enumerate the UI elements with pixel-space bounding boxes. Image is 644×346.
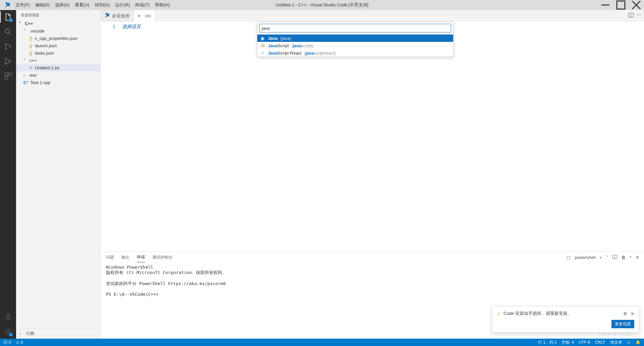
notification-message: Code 安装似乎损坏。请重新安装。 xyxy=(503,310,621,317)
titlebar: 文件(F) 编辑(E) 选择(S) 查看(V) 转到(G) 运行(R) 终端(T… xyxy=(0,0,644,10)
minimize-button[interactable] xyxy=(598,0,613,10)
split-editor-icon[interactable] xyxy=(628,12,634,18)
terminal-trash-icon[interactable]: 🗑 xyxy=(621,255,626,260)
file-tasks-json[interactable]: {}tasks.json xyxy=(16,49,100,57)
quick-item-javascript[interactable]: JS JavaScript (javascript) xyxy=(257,42,453,49)
editor-more-icon[interactable]: ⋯ xyxy=(637,12,641,18)
editor-area: 欢迎使用 ≡ Un ⋯ 1 选择语言 java ◉ Java (java) xyxy=(101,10,644,339)
activity-search[interactable] xyxy=(4,27,12,36)
watermark: CSDN @可乐仙人 xyxy=(598,331,634,337)
status-cursor-position[interactable]: 行 1，列 1 xyxy=(538,340,557,345)
menu-selection[interactable]: 选择(S) xyxy=(52,0,72,10)
quick-item-java[interactable]: ◉ Java (java) xyxy=(257,34,453,42)
activity-settings[interactable]: 1 xyxy=(4,327,12,336)
menu-file[interactable]: 文件(F) xyxy=(13,0,33,10)
menu-run[interactable]: 运行(R) xyxy=(112,0,132,10)
explorer-sidebar: 资源管理器 ⋯ ˅C++ ˅.vscode {}c_cpp_properties… xyxy=(16,10,101,339)
svg-rect-0 xyxy=(617,1,625,9)
tab-label: Un xyxy=(145,13,151,18)
status-feedback-icon[interactable]: ☺ xyxy=(627,340,631,345)
status-bell-icon[interactable]: 🔔 xyxy=(636,340,641,345)
svg-point-3 xyxy=(5,48,6,49)
js-icon: JS xyxy=(261,44,265,48)
text-file-icon: ≡ xyxy=(138,13,143,18)
quick-item-javascript-react[interactable]: ⚛ JavaScript React (javascriptreact) xyxy=(257,49,453,57)
status-eol[interactable]: CRLF xyxy=(595,340,605,345)
notification-more-info-button[interactable]: 更多信息 xyxy=(611,320,634,328)
activity-explorer[interactable]: 1 xyxy=(4,13,12,21)
activity-bar: 1 1 xyxy=(0,10,16,339)
notification-gear-icon[interactable]: ⚙ xyxy=(623,311,627,316)
menu-go[interactable]: 转到(G) xyxy=(92,0,113,10)
editor-tabs: 欢迎使用 ≡ Un xyxy=(101,10,644,22)
svg-rect-6 xyxy=(5,73,8,76)
warning-icon: ⚠ xyxy=(497,311,501,316)
svg-rect-7 xyxy=(8,73,11,76)
folder-vscode[interactable]: ˅.vscode xyxy=(16,27,100,34)
panel-tab-problems[interactable]: 问题 xyxy=(106,253,114,262)
panel-tab-debug-console[interactable]: 调试控制台 xyxy=(152,253,172,262)
tab-label: 欢迎使用 xyxy=(112,13,129,19)
status-bar: ⓧ0 ⚠0 行 1，列 1 空格: 4 UTF-8 CRLF 纯文本 ☺ 🔔 xyxy=(0,339,644,346)
terminal-shell-label[interactable]: powershell xyxy=(575,255,595,260)
status-encoding[interactable]: UTF-8 xyxy=(579,340,590,345)
error-icon: ⓧ xyxy=(3,340,7,345)
file-untitled-1[interactable]: ≡Untitled-1.txt xyxy=(16,64,100,71)
activity-scm[interactable] xyxy=(4,42,12,51)
file-launch-json[interactable]: {}launch.json xyxy=(16,42,100,49)
terminal-close-icon[interactable]: ✕ xyxy=(636,255,639,260)
panel-tab-output[interactable]: 输出 xyxy=(121,253,129,262)
terminal-maximize-icon[interactable]: ^ xyxy=(630,255,632,260)
svg-point-1 xyxy=(5,29,9,33)
line-numbers: 1 xyxy=(101,22,122,252)
activity-run[interactable] xyxy=(4,57,12,66)
file-test-1-cpp[interactable]: C⁺Test-1.cpp xyxy=(16,79,100,86)
terminal-dropdown-icon[interactable]: ˅ xyxy=(606,255,608,260)
folder-cpp[interactable]: ˅c++ xyxy=(16,57,100,64)
svg-point-9 xyxy=(7,314,10,317)
status-warnings[interactable]: ⚠0 xyxy=(16,340,23,345)
window-title: Untitled-1 - C++ - Visual Studio Code [不… xyxy=(276,2,369,8)
tab-untitled[interactable]: ≡ Un xyxy=(134,10,155,22)
tree-root[interactable]: ˅C++ xyxy=(16,20,100,27)
notification-close-icon[interactable]: ✕ xyxy=(631,311,634,316)
tab-welcome[interactable]: 欢迎使用 xyxy=(101,10,134,22)
status-errors[interactable]: ⓧ0 xyxy=(3,340,11,345)
terminal-new-icon[interactable]: + xyxy=(599,255,602,260)
menu-view[interactable]: 查看(V) xyxy=(72,0,92,10)
panel-tab-terminal[interactable]: 终端 xyxy=(137,252,145,262)
outline-section[interactable]: ›大纲 xyxy=(16,328,100,339)
menu-edit[interactable]: 编辑(E) xyxy=(33,0,52,10)
status-indent[interactable]: 空格: 4 xyxy=(561,340,574,345)
svg-point-4 xyxy=(9,46,11,47)
folder-exe[interactable]: ›exe xyxy=(16,71,100,79)
settings-badge: 1 xyxy=(9,333,13,337)
terminal-shell-icon[interactable]: ▢ xyxy=(567,255,571,260)
explorer-more-icon[interactable]: ⋯ xyxy=(92,13,96,17)
explorer-badge: 1 xyxy=(9,18,13,22)
terminal-split-icon[interactable] xyxy=(612,255,617,260)
menu-bar: 文件(F) 编辑(E) 选择(S) 查看(V) 转到(G) 运行(R) 终端(T… xyxy=(13,0,172,10)
status-language[interactable]: 纯文本 xyxy=(610,340,622,345)
svg-rect-8 xyxy=(5,76,8,79)
vscode-icon xyxy=(105,13,110,19)
notification-toast: ⚠ Code 安装似乎损坏。请重新安装。 ⚙ ✕ 更多信息 xyxy=(492,306,639,333)
activity-accounts[interactable] xyxy=(4,313,12,321)
file-c-cpp-properties[interactable]: {}c_cpp_properties.json xyxy=(16,34,100,42)
svg-point-2 xyxy=(5,44,6,45)
java-icon: ◉ xyxy=(261,36,265,41)
menu-help[interactable]: 帮助(H) xyxy=(152,0,172,10)
quick-input-field[interactable]: java xyxy=(259,24,451,32)
warning-icon: ⚠ xyxy=(16,340,19,345)
vscode-logo-icon xyxy=(5,2,11,8)
explorer-title: 资源管理器 xyxy=(21,13,39,18)
file-tree: ˅C++ ˅.vscode {}c_cpp_properties.json {}… xyxy=(16,20,100,328)
react-icon: ⚛ xyxy=(261,51,265,56)
maximize-button[interactable] xyxy=(613,0,629,10)
close-button[interactable] xyxy=(629,0,644,10)
activity-extensions[interactable] xyxy=(4,72,12,80)
menu-terminal[interactable]: 终端(T) xyxy=(132,0,152,10)
quick-input: java ◉ Java (java) JS JavaScript (javasc… xyxy=(257,21,453,57)
svg-point-10 xyxy=(7,331,9,333)
svg-point-5 xyxy=(5,63,6,64)
